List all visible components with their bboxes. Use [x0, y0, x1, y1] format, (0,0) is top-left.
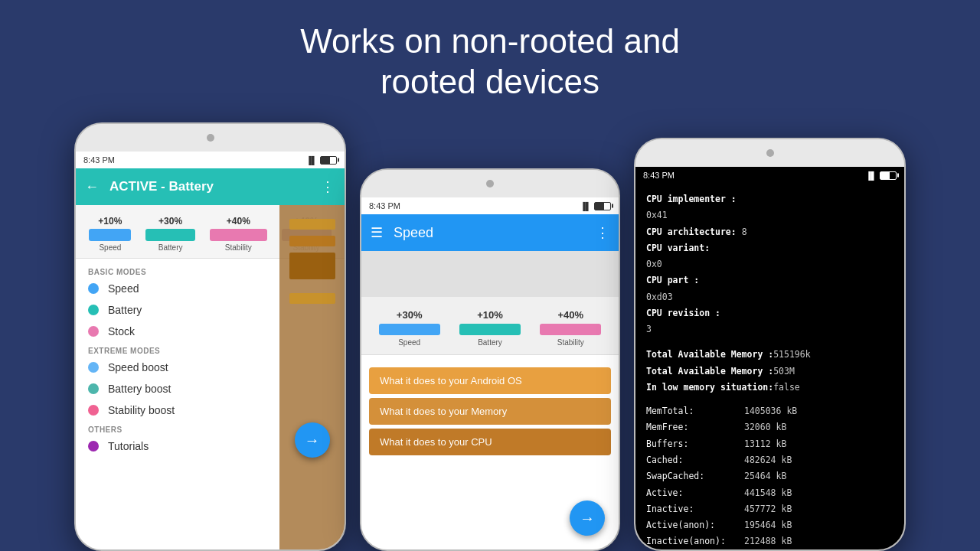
- phone-top-bezel-center: [361, 170, 619, 197]
- fab-arrow-center[interactable]: →: [570, 500, 605, 536]
- status-bar-right: 8:43 PM ▐▌: [635, 167, 904, 184]
- front-camera-right: [766, 149, 774, 157]
- stat-speed: +10% Speed: [89, 216, 131, 252]
- stat-stability-label: Stability: [225, 243, 252, 252]
- header: Works on non-rooted and rooted devices: [0, 0, 980, 103]
- stats-section-center: +30% Speed +10% Battery +40% Stability: [361, 297, 619, 355]
- dot-battery-boost: [88, 383, 99, 394]
- front-camera-left: [207, 134, 214, 142]
- fab-arrow-left[interactable]: →: [295, 422, 330, 458]
- mem-total-avail-2: Total Available Memory :503M: [646, 364, 893, 380]
- card-cpu[interactable]: What it does to your CPU: [369, 429, 611, 455]
- phone-right: 8:43 PM ▐▌ CPU implementer :0x41 CPU arc…: [634, 138, 906, 551]
- center-bar-stability: [540, 324, 601, 335]
- phone-screen-left: 8:43 PM ▐▌ ← ACTIVE - Battery ⋮ +10%: [76, 152, 345, 549]
- status-bar-left: 8:43 PM ▐▌: [76, 152, 345, 168]
- app-bar-title-center: Speed: [394, 225, 585, 241]
- mem-total-avail-1: Total Available Memory :515196k: [646, 347, 893, 363]
- battery-icon-right: [880, 171, 897, 180]
- phone-top-bezel-right: [635, 139, 904, 167]
- phone-left: 8:43 PM ▐▌ ← ACTIVE - Battery ⋮ +10%: [74, 122, 346, 551]
- white-gap-center: [361, 355, 619, 367]
- mode-speed-label: Speed: [108, 282, 139, 295]
- stat-speed-label: Speed: [99, 243, 121, 252]
- back-icon-left[interactable]: ←: [85, 179, 99, 195]
- center-stat-stability-pct: +40%: [558, 309, 584, 321]
- dot-battery: [88, 305, 99, 315]
- phones-container: 8:43 PM ▐▌ ← ACTIVE - Battery ⋮ +10%: [0, 122, 980, 551]
- cpu-row-3: CPU variant:0x0: [646, 240, 893, 273]
- mode-stock-label: Stock: [108, 325, 135, 337]
- mode-battery-label: Battery: [108, 304, 142, 316]
- dot-stability-boost: [88, 405, 99, 416]
- menu-icon-center[interactable]: ⋮: [596, 224, 609, 241]
- menu-icon-left[interactable]: ⋮: [321, 178, 335, 195]
- center-stat-stability: +40% Stability: [540, 309, 601, 347]
- center-stat-stability-label: Stability: [557, 338, 584, 347]
- stat-battery-pct: +30%: [158, 216, 182, 227]
- mem-total: MemTotal:1405036 kB: [646, 403, 893, 419]
- time-right: 8:43 PM: [643, 171, 675, 180]
- time-left: 8:43 PM: [83, 155, 115, 165]
- stat-speed-pct: +10%: [98, 216, 122, 227]
- mem-free: MemFree:32060 kB: [646, 419, 893, 435]
- app-bar-left: ← ACTIVE - Battery ⋮: [76, 168, 345, 205]
- stat-battery: +30% Battery: [145, 216, 195, 252]
- status-icons-left: ▐▌: [306, 156, 337, 165]
- card-android-label: What it does to your Android OS: [380, 375, 522, 386]
- bottom-cards-center: What it does to your Android OS What it …: [361, 367, 619, 455]
- mem-active-anon: Active(anon):195464 kB: [646, 517, 893, 533]
- mem-active: Active:441548 kB: [646, 485, 893, 501]
- cpu-info-content: CPU implementer :0x41 CPU architecture: …: [635, 184, 904, 549]
- status-bar-center: 8:43 PM ▐▌: [361, 197, 619, 214]
- signal-icon-left: ▐▌: [306, 156, 317, 165]
- time-center: 8:43 PM: [369, 201, 400, 210]
- card-android[interactable]: What it does to your Android OS: [369, 367, 611, 394]
- center-stat-battery-label: Battery: [478, 338, 502, 347]
- header-line1: Works on non-rooted and: [0, 21, 980, 62]
- hamburger-icon-center[interactable]: ☰: [371, 224, 383, 241]
- gray-area-center: [361, 251, 619, 297]
- center-bar-battery: [459, 324, 521, 335]
- center-stat-battery: +10% Battery: [459, 309, 521, 347]
- center-stat-speed-pct: +30%: [397, 309, 423, 321]
- mode-tutorials-label: Tutorials: [108, 440, 149, 452]
- stat-stability: +40% Stability: [210, 216, 267, 252]
- cpu-row-2: CPU architecture: 8: [646, 224, 893, 240]
- phone-screen-right: 8:43 PM ▐▌ CPU implementer :0x41 CPU arc…: [635, 167, 904, 549]
- center-stat-battery-pct: +10%: [477, 309, 503, 321]
- card-memory[interactable]: What it does to your Memory: [369, 398, 611, 425]
- dot-speed: [88, 283, 99, 294]
- cpu-row-1: CPU implementer :0x41: [646, 191, 893, 224]
- stat-battery-bar: [145, 229, 195, 241]
- signal-icon-right: ▐▌: [866, 171, 877, 180]
- cpu-row-5: CPU revision :3: [646, 305, 893, 338]
- mem-buffers: Buffers:13112 kB: [646, 436, 893, 452]
- mem-low: In low memory situation:false: [646, 380, 893, 396]
- mem-cached: Cached:482624 kB: [646, 452, 893, 468]
- header-line2: rooted devices: [0, 62, 980, 103]
- phone-center: 8:43 PM ▐▌ ☰ Speed ⋮ +30%: [360, 168, 620, 551]
- stat-battery-label: Battery: [158, 243, 183, 252]
- stat-stability-bar: [210, 229, 267, 241]
- app-bar-center: ☰ Speed ⋮: [361, 214, 619, 251]
- mode-speed-boost-label: Speed boost: [108, 361, 168, 373]
- dot-stock: [88, 326, 99, 337]
- status-icons-center: ▐▌: [580, 202, 611, 210]
- battery-icon-center: [594, 202, 611, 210]
- front-camera-center: [486, 180, 494, 187]
- center-stat-speed-label: Speed: [398, 338, 420, 347]
- stat-stability-pct: +40%: [227, 216, 250, 227]
- card-memory-label: What it does to your Memory: [380, 406, 507, 417]
- mode-stability-boost-label: Stability boost: [108, 404, 175, 416]
- stat-speed-bar: [89, 229, 131, 241]
- status-icons-right: ▐▌: [866, 171, 897, 180]
- dot-tutorials: [88, 441, 99, 452]
- phone-top-bezel-left: [76, 124, 345, 152]
- mem-inactive: Inactive:457772 kB: [646, 501, 893, 517]
- center-bar-speed: [379, 324, 440, 335]
- dot-speed-boost: [88, 362, 99, 373]
- app-bar-title-left: ACTIVE - Battery: [109, 179, 310, 194]
- center-stat-speed: +30% Speed: [379, 309, 440, 347]
- mode-battery-boost-label: Battery boost: [108, 383, 172, 395]
